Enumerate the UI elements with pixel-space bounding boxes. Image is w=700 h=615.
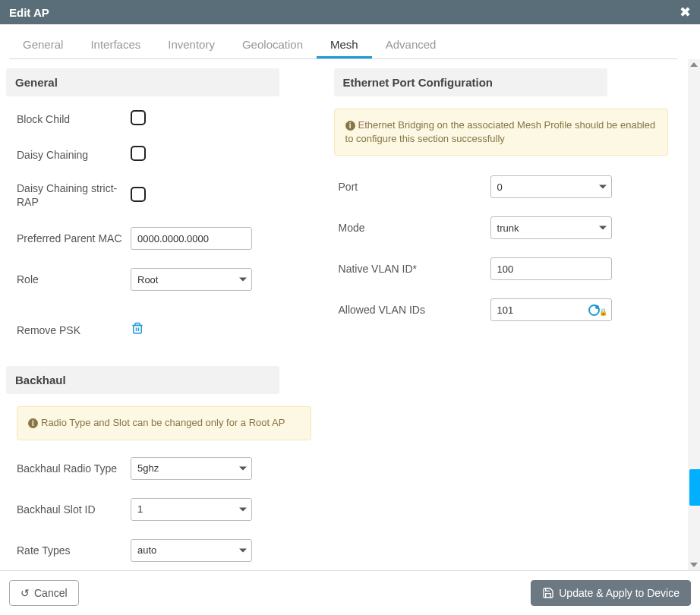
mesh-panel: General Block Child Daisy Chaining <box>0 59 688 568</box>
right-column: Ethernet Port Configuration iEthernet Br… <box>325 68 670 568</box>
section-ethernet: Ethernet Port Configuration <box>334 68 607 96</box>
label-native-vlan: Native VLAN ID* <box>339 263 490 275</box>
checkbox-daisy-strict[interactable] <box>131 187 146 202</box>
select-backhaul-slot-value: 1 <box>137 503 143 515</box>
modal-body: General Interfaces Inventory Geolocation… <box>0 24 700 615</box>
checkbox-daisy-chaining[interactable] <box>131 146 146 161</box>
chevron-down-icon <box>239 466 247 470</box>
select-mode[interactable]: trunk <box>490 216 612 239</box>
label-mode: Mode <box>339 222 490 234</box>
label-daisy-strict: Daisy Chaining strict-RAP <box>17 181 131 209</box>
lock-icon: 🔒 <box>599 308 607 316</box>
label-block-child: Block Child <box>17 113 131 125</box>
section-backhaul: Backhaul <box>6 366 279 394</box>
label-role: Role <box>17 273 131 285</box>
select-role-value: Root <box>137 274 158 285</box>
label-remove-psk: Remove PSK <box>17 324 131 336</box>
input-preferred-parent-mac[interactable] <box>131 227 252 250</box>
undo-icon: ↺ <box>20 587 30 599</box>
info-icon: i <box>28 418 38 428</box>
tab-mesh[interactable]: Mesh <box>317 29 372 58</box>
info-backhaul: iRadio Type and Slot can be changed only… <box>17 406 311 440</box>
input-native-vlan-id[interactable] <box>490 257 612 280</box>
tab-interfaces[interactable]: Interfaces <box>77 29 154 58</box>
svg-rect-0 <box>134 326 142 334</box>
chevron-down-icon <box>599 226 607 230</box>
modal-title: Edit AP <box>9 6 49 19</box>
select-backhaul-slot-id[interactable]: 1 <box>131 498 252 521</box>
left-column: General Block Child Daisy Chaining <box>6 68 325 568</box>
chevron-down-icon <box>599 185 607 189</box>
label-allowed-vlan: Allowed VLAN IDs <box>339 304 490 316</box>
tab-general[interactable]: General <box>9 29 77 58</box>
info-ethernet: iEthernet Bridging on the associated Mes… <box>334 109 668 156</box>
tab-inventory[interactable]: Inventory <box>154 29 229 58</box>
select-port[interactable]: 0 <box>490 175 612 198</box>
info-icon: i <box>345 121 355 131</box>
modal-titlebar: Edit AP ✖ <box>0 0 700 24</box>
scroll-up-icon[interactable] <box>690 62 698 67</box>
checkbox-block-child[interactable] <box>131 110 146 125</box>
section-general: General <box>6 68 279 96</box>
update-apply-button[interactable]: Update & Apply to Device <box>531 580 691 606</box>
label-backhaul-slot: Backhaul Slot ID <box>17 503 131 516</box>
override-icon <box>588 304 600 316</box>
label-daisy-chaining: Daisy Chaining <box>17 149 131 161</box>
label-rate-types: Rate Types <box>17 544 131 557</box>
label-backhaul-radio: Backhaul Radio Type <box>17 462 131 475</box>
vlan-lock-badge[interactable]: 🔒 <box>588 304 607 316</box>
scroll-down-icon[interactable] <box>690 563 698 567</box>
chevron-down-icon <box>239 548 247 552</box>
update-apply-button-label: Update & Apply to Device <box>559 587 680 599</box>
cancel-button-label: Cancel <box>34 587 68 599</box>
select-backhaul-radio-type[interactable]: 5ghz <box>131 457 252 480</box>
tab-bar: General Interfaces Inventory Geolocation… <box>9 29 677 59</box>
select-mode-value: trunk <box>497 222 519 234</box>
chevron-down-icon <box>239 507 247 511</box>
tab-advanced[interactable]: Advanced <box>372 29 450 58</box>
tab-geolocation[interactable]: Geolocation <box>229 29 317 58</box>
select-rate-types[interactable]: auto <box>131 539 252 562</box>
select-rate-types-value: auto <box>137 544 156 556</box>
trash-icon <box>131 321 144 336</box>
label-port: Port <box>339 181 490 193</box>
close-icon[interactable]: ✖ <box>680 4 691 20</box>
edit-ap-modal: Edit AP ✖ General Interfaces Inventory G… <box>0 0 700 615</box>
info-backhaul-text: Radio Type and Slot can be changed only … <box>41 417 285 428</box>
save-icon <box>542 587 554 599</box>
remove-psk-button[interactable] <box>131 326 144 339</box>
scroll-hint <box>689 469 700 506</box>
info-ethernet-text: Ethernet Bridging on the associated Mesh… <box>345 119 656 144</box>
cancel-button[interactable]: ↺ Cancel <box>9 580 79 606</box>
modal-footer: ↺ Cancel Update & Apply to Device <box>0 570 700 615</box>
chevron-down-icon <box>239 278 247 282</box>
select-backhaul-radio-value: 5ghz <box>137 462 159 474</box>
select-port-value: 0 <box>497 181 503 193</box>
label-preferred-parent: Preferred Parent MAC <box>17 232 131 244</box>
select-role[interactable]: Root <box>131 268 252 291</box>
